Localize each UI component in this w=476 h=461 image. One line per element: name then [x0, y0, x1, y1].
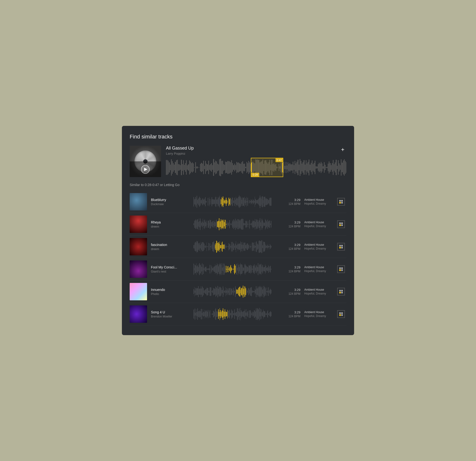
svg-rect-21 [341, 313, 343, 314]
track-analyze-icon[interactable] [337, 265, 345, 273]
track-analyze-icon[interactable] [337, 288, 345, 296]
track-genre: Ambient House [304, 221, 336, 224]
track-waveform[interactable] [194, 239, 271, 254]
track-waveform[interactable] [194, 217, 271, 231]
svg-rect-18 [339, 292, 341, 293]
track-row[interactable]: Fool My Consci...Giant's nest3:29124 BPM… [130, 258, 346, 280]
svg-rect-2 [339, 202, 341, 203]
selection-end-time: 0:47 [275, 158, 282, 162]
track-waveform[interactable] [194, 307, 271, 321]
hero-play-button[interactable] [141, 165, 150, 174]
svg-rect-14 [339, 269, 341, 271]
svg-rect-19 [341, 292, 343, 293]
track-action[interactable] [336, 310, 346, 318]
hero-waveform[interactable]: 0:47 0:28 [166, 158, 346, 177]
track-meta: 3:29124 BPM [275, 265, 304, 273]
track-analyze-icon[interactable] [337, 198, 345, 206]
selection-handle-right[interactable] [282, 163, 283, 172]
svg-rect-3 [341, 202, 343, 203]
track-genre: Ambient House [304, 198, 336, 202]
hero-album-art [130, 146, 161, 177]
track-row[interactable]: fascinationdreem3:29124 BPMAmbient House… [130, 236, 346, 258]
track-artist: dreem [151, 225, 190, 228]
selection-start-time: 0:28 [251, 173, 259, 177]
waveform-selection[interactable]: 0:47 0:28 [251, 158, 283, 177]
track-mood: Hopeful, Dreamy [304, 269, 336, 273]
track-list: BlueblurryDuckmaw3:29124 BPMAmbient Hous… [130, 191, 346, 325]
track-analyze-icon[interactable] [337, 243, 345, 251]
track-title: Innuendo [151, 288, 190, 292]
track-thumbnail [130, 193, 147, 210]
track-analyze-icon[interactable] [337, 310, 345, 318]
play-icon [144, 168, 147, 171]
track-mood: Hopeful, Dreamy [304, 224, 336, 228]
track-bpm: 124 BPM [275, 225, 300, 228]
track-duration: 3:29 [275, 311, 300, 314]
track-row[interactable]: BlueblurryDuckmaw3:29124 BPMAmbient Hous… [130, 191, 346, 213]
svg-rect-20 [339, 313, 341, 314]
track-artist: Phello [151, 292, 190, 296]
track-row[interactable]: InnuendoPhello3:29124 BPMAmbient HouseHo… [130, 280, 346, 303]
track-action[interactable] [336, 198, 346, 206]
track-meta: 3:29124 BPM [275, 288, 304, 296]
track-waveform[interactable] [194, 195, 271, 209]
track-bpm: 124 BPM [275, 315, 300, 318]
track-meta: 3:29124 BPM [275, 311, 304, 318]
svg-rect-1 [341, 200, 343, 202]
track-genre-col: Ambient HouseHopeful, Dreamy [304, 198, 336, 205]
track-duration: 3:29 [275, 288, 300, 292]
track-name-col: fascinationdreem [151, 243, 190, 251]
track-action[interactable] [336, 265, 346, 273]
track-action[interactable] [336, 220, 346, 228]
track-title: fascination [151, 243, 190, 247]
svg-rect-11 [341, 247, 343, 248]
track-genre-col: Ambient HouseHopeful, Dreamy [304, 265, 336, 273]
track-name-col: InnuendoPhello [151, 288, 190, 296]
track-genre: Ambient House [304, 243, 336, 247]
selection-handle-left[interactable] [251, 163, 252, 172]
track-title: Fool My Consci... [151, 265, 190, 269]
track-waveform[interactable] [194, 284, 271, 299]
track-bpm: 124 BPM [275, 270, 300, 273]
hero-artist: Larry Poppinz [166, 152, 194, 155]
track-genre-col: Ambient HouseHopeful, Dreamy [304, 311, 336, 318]
track-duration: 3:29 [275, 243, 300, 247]
track-artist: Giant's nest [151, 270, 190, 273]
track-action[interactable] [336, 243, 346, 251]
track-title: Rheya [151, 220, 190, 224]
track-mood: Hopeful, Dreamy [304, 292, 336, 295]
track-meta: 3:29124 BPM [275, 221, 304, 228]
track-name-col: Rheyadreem [151, 220, 190, 228]
track-waveform[interactable] [194, 262, 271, 276]
track-thumbnail [130, 238, 147, 255]
svg-rect-4 [339, 222, 341, 224]
track-action[interactable] [336, 288, 346, 296]
track-analyze-icon[interactable] [337, 220, 345, 228]
track-row[interactable]: Song 4 UBrendon Moeller3:29124 BPMAmbien… [130, 303, 346, 325]
track-artist: dreem [151, 247, 190, 251]
svg-rect-0 [339, 200, 341, 202]
track-bpm: 124 BPM [275, 247, 300, 251]
hero-info: All Gassed Up Larry Poppinz + 0:47 0:28 [166, 146, 346, 177]
track-meta: 3:29124 BPM [275, 198, 304, 206]
track-duration: 3:29 [275, 198, 300, 202]
track-thumbnail [130, 215, 147, 233]
track-duration: 3:29 [275, 221, 300, 224]
hero-track-title: All Gassed Up [166, 146, 194, 151]
add-button[interactable]: + [339, 146, 346, 153]
track-artist: Brendon Moeller [151, 315, 190, 318]
hero-track: All Gassed Up Larry Poppinz + 0:47 0:28 [130, 146, 346, 177]
svg-rect-8 [339, 245, 341, 247]
track-bpm: 124 BPM [275, 202, 300, 206]
track-genre: Ambient House [304, 288, 336, 291]
track-row[interactable]: Rheyadreem3:29124 BPMAmbient HouseHopefu… [130, 213, 346, 236]
svg-rect-6 [339, 224, 341, 226]
track-thumbnail [130, 305, 147, 323]
track-genre-col: Ambient HouseHopeful, Dreamy [304, 288, 336, 295]
svg-rect-23 [341, 314, 343, 316]
track-artist: Duckmaw [151, 202, 190, 206]
track-meta: 3:29124 BPM [275, 243, 304, 251]
track-genre-col: Ambient HouseHopeful, Dreamy [304, 221, 336, 228]
svg-rect-16 [339, 290, 341, 291]
svg-rect-17 [341, 290, 343, 291]
